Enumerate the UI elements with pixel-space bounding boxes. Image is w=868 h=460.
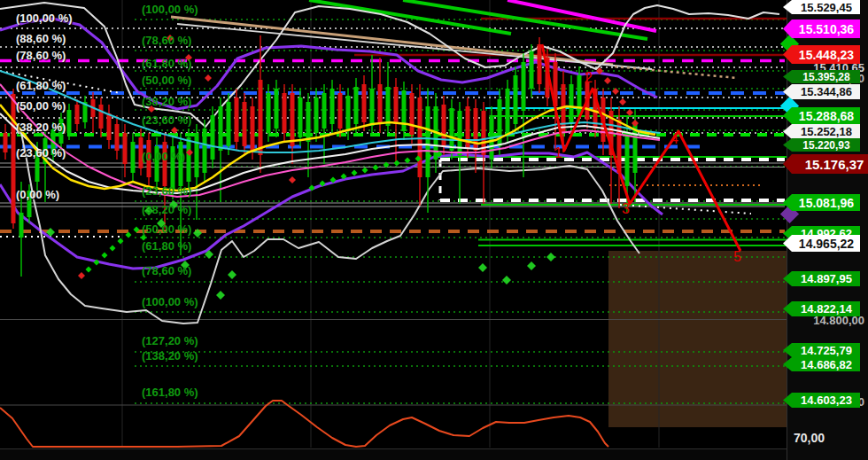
price-tag[interactable]: 15.448,23 (783, 45, 860, 64)
wave-number-label: 5 (733, 249, 741, 264)
fib-extension-label: (138,20 %) (142, 349, 198, 363)
candle-body (538, 44, 542, 84)
fib-extension-label: (100,00 %) (142, 3, 198, 16)
candle-body (187, 137, 191, 182)
sar-dot-green (110, 246, 116, 252)
price-tag[interactable]: 15.344,86 (783, 84, 860, 99)
signal-diamond-green (527, 261, 536, 270)
candle-body (75, 105, 80, 124)
candle-body (203, 129, 207, 173)
candle-body (99, 105, 104, 129)
fib-extension-label: (23,60 %) (142, 113, 191, 127)
fib-extension-label: (100,00 %) (142, 295, 198, 308)
price-tag[interactable]: 15.176,37 (783, 154, 868, 174)
trading-chart-window: 12345 (100,00 %)(88,60 %)(78,60 %)(61,80… (0, 0, 868, 460)
fib-extension-label: (0,00 %) (142, 150, 185, 163)
price-tag[interactable]: 14.822,14 (783, 301, 860, 316)
sar-dot-red (604, 77, 611, 84)
sar-dot-green (362, 168, 368, 174)
candle-body (506, 89, 510, 133)
sar-dot-green (394, 160, 400, 167)
candle-body (346, 96, 351, 131)
trendline (508, 0, 656, 31)
candle-body (514, 75, 518, 124)
fib-retracement-label: (38,20 %) (16, 121, 66, 134)
sar-dot-green (373, 165, 379, 171)
price-tag[interactable]: 15.395,28 (783, 70, 860, 83)
fib-retracement-label: (0,00 %) (16, 188, 59, 201)
candle-body (306, 102, 311, 142)
candle-body (625, 133, 630, 186)
signal-diamond-green (228, 270, 236, 279)
price-tag[interactable]: 14.725,79 (783, 343, 860, 357)
candle-body (570, 84, 574, 124)
candle-body (123, 133, 128, 164)
fib-extension-label: (50,00 %) (142, 74, 191, 87)
band-curve (21, 133, 639, 324)
elliott-wave-zigzag (542, 44, 740, 251)
candle-body (394, 87, 399, 124)
signal-diamond-green (546, 253, 555, 261)
candle-body (251, 106, 255, 151)
candle-body (195, 133, 199, 177)
fib-extension-label: (78,60 %) (142, 264, 191, 277)
signal-diamond-green (502, 276, 511, 285)
price-tag[interactable]: 15.252,18 (783, 124, 860, 139)
candle-body (418, 97, 422, 177)
candle-body (219, 106, 223, 151)
signal-diamond-green (478, 263, 487, 272)
band-curve (0, 19, 657, 109)
candle-body (402, 90, 407, 131)
signal-diamond-green (216, 291, 225, 300)
sar-dot-red (78, 272, 85, 279)
candle-body (12, 94, 16, 223)
price-tag[interactable]: 15.288,68 (783, 107, 860, 124)
fib-extension-label: (61,80 %) (142, 57, 191, 70)
candle-body (370, 89, 375, 126)
price-tag[interactable]: 15.529,45 (783, 0, 860, 14)
candle-body (227, 102, 231, 146)
sar-dot-green (352, 170, 358, 176)
sar-dot-green (86, 267, 92, 273)
price-tag[interactable]: 14.603,23 (783, 393, 860, 408)
sar-dot-green (102, 253, 108, 259)
price-tag[interactable]: 15.510,36 (783, 19, 860, 38)
fib-retracement-label: (23,60 %) (16, 146, 66, 160)
candle-body (179, 142, 183, 186)
fib-extension-label: (161,80 %) (142, 386, 198, 399)
candle-body (259, 80, 263, 155)
sar-dot-green (405, 158, 411, 164)
wave-number-label: 1 (554, 145, 562, 160)
candle-body (362, 84, 367, 122)
price-tag[interactable]: 14.965,22 (783, 235, 860, 252)
time-axis-strip[interactable] (0, 448, 868, 460)
fib-retracement-label: (100,00 %) (16, 12, 73, 25)
candle-body (354, 87, 359, 124)
fib-extension-label: (78,60 %) (142, 34, 191, 47)
candle-body (291, 93, 295, 146)
fib-retracement-label: (50,00 %) (16, 99, 66, 113)
candle-body (378, 84, 383, 124)
sar-dot-red (289, 176, 296, 183)
price-chart-canvas[interactable]: 12345 (0, 0, 868, 460)
wave-number-label: 4 (670, 131, 678, 146)
wave-number-label: 2 (585, 70, 593, 85)
fib-extension-label: (50,00 %) (142, 222, 191, 236)
price-tag[interactable]: 14.686,82 (783, 357, 860, 371)
sar-dot-red (619, 98, 626, 105)
candle-body (275, 89, 279, 129)
sar-dot-red (632, 120, 639, 127)
fib-extension-label: (38,20 %) (142, 203, 191, 216)
candle-body (577, 75, 582, 115)
candle-body (107, 113, 112, 140)
fib-extension-label: (38,20 %) (142, 95, 191, 108)
price-tag[interactable]: 15.081,96 (783, 194, 860, 211)
fib-extension-label: (23,60 %) (142, 184, 191, 198)
trendline (615, 66, 737, 78)
fib-extension-label: (127,20 %) (142, 334, 198, 347)
candle-body (322, 93, 327, 129)
price-tag[interactable]: 14.897,95 (783, 271, 860, 286)
price-tag[interactable]: 15.220,93 (783, 138, 860, 152)
candle-body (267, 93, 271, 133)
sar-dot-red (205, 74, 212, 82)
